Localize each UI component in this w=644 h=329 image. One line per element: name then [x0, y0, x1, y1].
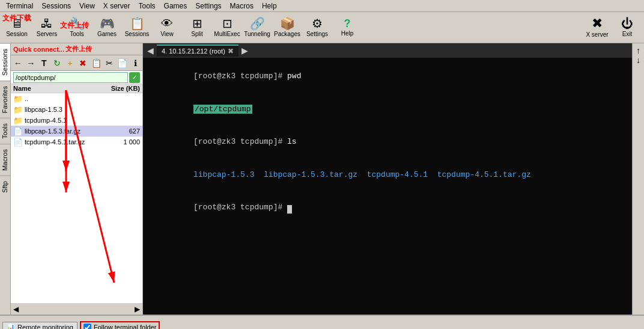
file-upload-annotation: 文件上传 [65, 45, 92, 54]
split-label: Split [191, 31, 202, 37]
terminal-tab-bar: ◀ 4. 10.15.21.212 (root) ✖ ▶ [143, 43, 632, 58]
path-input[interactable] [13, 72, 128, 83]
follow-folder-checkbox[interactable] [84, 324, 91, 330]
exit-label: Exit [622, 31, 633, 37]
term-line-2: /opt/tcpdump [147, 93, 628, 126]
menu-xserver[interactable]: X server [100, 1, 134, 11]
menu-sessions[interactable]: Sessions [38, 1, 74, 11]
follow-folder-checkbox-container[interactable]: Follow terminal folder [80, 321, 160, 330]
terminal-nav-left[interactable]: ◀ [145, 46, 156, 55]
games-label: Games [97, 31, 117, 37]
menu-macros[interactable]: Macros [226, 1, 257, 11]
term-ls-tcpdump: tcpdump-4.5.1 [367, 170, 428, 179]
terminal-content[interactable]: [root@zk3 tcpdump]# pwd /opt/tcpdump [ro… [143, 58, 632, 315]
toolbar-tools[interactable]: 🔧 Tools [62, 13, 91, 42]
file-row-tcpdump-dir[interactable]: 📁 tcpdump-4.5.1 [11, 115, 142, 126]
remote-monitor-icon: 📊 [7, 324, 15, 330]
xserver-label: X server [586, 31, 608, 38]
main-window: Terminal Sessions View X server Tools Ga… [0, 0, 644, 329]
toolbar-split[interactable]: ⊞ Split [183, 13, 211, 42]
terminal-nav-right[interactable]: ▶ [240, 46, 250, 55]
toolbar-packages[interactable]: 📦 Packages [273, 13, 302, 42]
file-row-tcpdump-gz[interactable]: 📄 tcpdump-4.5.1.tar.gz 1 000 [11, 137, 142, 147]
menu-view[interactable]: View [76, 1, 99, 11]
toolbar-servers[interactable]: 🖧 Servers [32, 13, 61, 42]
tcpdump-dir-icon: 📁 [13, 116, 23, 125]
toolbar-multiexec[interactable]: ⊡ MultiExec [213, 13, 242, 42]
remote-monitor-button[interactable]: 📊 Remote monitoring [2, 322, 77, 330]
term-line-5: [root@zk3 tcpdump]# [147, 191, 628, 224]
delete-btn[interactable]: ✖ [77, 57, 90, 69]
scroll-right-btn[interactable]: ▶ [135, 305, 140, 313]
view-icon: 👁 [161, 17, 173, 29]
file-list: Name Size (KB) 📁 .. 📁 libpcap-1.5.3 📁 tc… [11, 84, 142, 303]
right-sidebar-scroll-down[interactable]: ↓ [634, 55, 643, 65]
term-ls-sp2 [357, 170, 367, 179]
xserver-icon: ✖ [592, 17, 603, 30]
tools-icon: 🔧 [70, 17, 85, 29]
paste-btn[interactable]: 📄 [117, 57, 129, 69]
games-icon: 🎮 [100, 17, 115, 29]
copy-btn[interactable]: 📋 [90, 57, 102, 69]
file-row-libpcap-gz[interactable]: 📄 libpcap-1.5.3.tar.gz 627 [11, 126, 142, 137]
tunneling-icon: 🔗 [250, 17, 265, 29]
term-ls-libpcap: libpcap-1.5.3 [193, 170, 254, 179]
file-name-parent: .. [25, 95, 98, 102]
menu-games[interactable]: Games [160, 1, 191, 11]
terminal-tab-close[interactable]: ✖ [228, 47, 234, 55]
path-ok-button[interactable]: ✓ [129, 72, 140, 83]
toolbar-sessions[interactable]: 📋 Sessions [123, 13, 151, 42]
terminal-tab-main[interactable]: 4. 10.15.21.212 (root) ✖ [157, 45, 238, 57]
toolbar-help[interactable]: ? Help [333, 13, 362, 42]
tools-label: Tools [70, 31, 84, 37]
term-output-path: /opt/tcpdump [193, 105, 252, 114]
text-btn[interactable]: T [38, 57, 50, 69]
split-icon: ⊞ [192, 17, 202, 29]
right-sidebar-scroll-up[interactable]: ↑ [634, 46, 643, 55]
toolbar-settings[interactable]: ⚙ Settings [303, 13, 332, 42]
sidebar-tab-sftp[interactable]: Sftp [0, 176, 10, 198]
quick-connect-bar: Quick connect... 文件上传 [11, 43, 142, 55]
sidebar-tab-macros[interactable]: Macros [0, 144, 10, 176]
term-ls-libpcap-gz: libpcap-1.5.3.tar.gz [264, 170, 357, 179]
session-label: Session [6, 31, 28, 37]
term-cmd-1: pwd [287, 72, 301, 81]
menu-settings[interactable]: Settings [192, 1, 225, 11]
cut-btn[interactable]: ✂ [103, 57, 115, 69]
toolbar-tunneling[interactable]: 🔗 Tunneling [243, 13, 272, 42]
toolbar-view[interactable]: 👁 View [153, 13, 181, 42]
packages-icon: 📦 [280, 17, 295, 29]
menu-terminal[interactable]: Terminal [2, 1, 37, 11]
sidebar-tab-sessions[interactable]: Sessions [0, 43, 10, 81]
scroll-left-btn[interactable]: ◀ [13, 305, 19, 313]
nav-back-btn[interactable]: ← [12, 57, 24, 69]
file-row-parent[interactable]: 📁 .. [11, 93, 142, 104]
props-btn[interactable]: ℹ [129, 57, 141, 69]
toolbar-exit[interactable]: ⏻ Exit [613, 13, 642, 42]
refresh-btn[interactable]: ↻ [51, 57, 63, 69]
libpcap-dir-icon: 📁 [13, 105, 23, 114]
file-name-tcpdump-gz: tcpdump-4.5.1.tar.gz [25, 138, 98, 146]
term-prompt-5: [root@zk3 tcpdump]# [193, 203, 287, 212]
sidebar-tab-favorites[interactable]: Favorites [0, 81, 10, 118]
sidebar-tab-tools[interactable]: Tools [0, 118, 10, 144]
file-panel-bottom-nav: ◀ ▶ [11, 303, 142, 315]
terminal-area: ◀ 4. 10.15.21.212 (root) ✖ ▶ [root@zk3 t… [143, 43, 632, 315]
multiexec-icon: ⊡ [222, 17, 232, 29]
toolbar-xserver[interactable]: ✖ X server [583, 13, 612, 42]
toolbar: 🖥 Session 🖧 Servers 🔧 Tools 🎮 Games 📋 Se… [0, 12, 644, 43]
menu-tools[interactable]: Tools [135, 1, 159, 11]
servers-icon: 🖧 [41, 17, 53, 29]
help-icon: ? [344, 18, 351, 29]
term-line-4: libpcap-1.5.3 libpcap-1.5.3.tar.gz tcpdu… [147, 159, 628, 192]
libpcap-gz-icon: 📄 [13, 127, 23, 136]
nav-forward-btn[interactable]: → [25, 57, 37, 69]
toolbar-games[interactable]: 🎮 Games [93, 13, 121, 42]
sessions-icon: 📋 [130, 17, 145, 29]
file-name-libpcap-gz: libpcap-1.5.3.tar.gz [25, 128, 98, 135]
file-row-libpcap-dir[interactable]: 📁 libpcap-1.5.3 [11, 104, 142, 115]
view-label: View [160, 31, 174, 37]
toolbar-session[interactable]: 🖥 Session [2, 13, 31, 42]
menu-help[interactable]: Help [258, 1, 281, 11]
new-folder-btn[interactable]: + [64, 57, 76, 69]
